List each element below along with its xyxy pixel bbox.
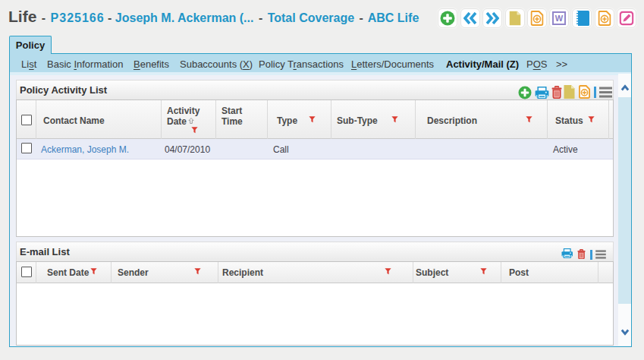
svg-text:W: W [555,14,564,23]
